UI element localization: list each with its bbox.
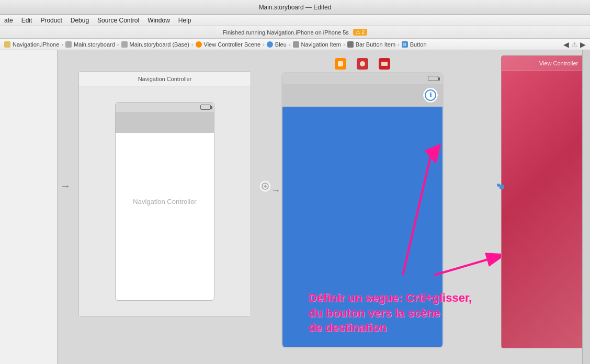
breadcrumb-back-arrow[interactable]: ◀ <box>563 40 569 49</box>
iphone-battery-icon <box>428 76 438 81</box>
sep1: › <box>61 41 63 48</box>
svg-point-4 <box>360 61 365 66</box>
nav-status-bar <box>116 103 214 112</box>
svg-rect-3 <box>338 61 343 66</box>
entry-arrow-nav: → <box>60 180 71 192</box>
status-text: Finished running Navigation.iPhone on iP… <box>223 29 349 36</box>
info-button-icon: ℹ <box>425 89 436 101</box>
menu-source-control[interactable]: Source Control <box>97 17 139 24</box>
breadcrumb-nav-iphone[interactable]: Navigation.iPhone <box>4 41 59 48</box>
menu-window[interactable]: Window <box>148 17 170 24</box>
sep6: › <box>343 41 345 48</box>
menu-product[interactable]: Product <box>40 17 62 24</box>
nav-controller-header: Navigation Controller <box>79 72 251 86</box>
breadcrumb-bleu[interactable]: Bleu <box>267 41 287 48</box>
svg-rect-5 <box>381 62 388 66</box>
breadcrumb-main-storyboard-base[interactable]: Main.storyboard (Base) <box>121 41 189 48</box>
bar-button-icon <box>347 41 354 48</box>
right-scene-header: View Controller <box>502 56 582 71</box>
right-scene-connector-dot <box>500 185 504 189</box>
sep4: › <box>263 41 265 48</box>
annotation-arrow-right <box>434 257 497 275</box>
right-scene[interactable]: View Controller <box>501 55 582 348</box>
menu-edit[interactable]: Edit <box>21 17 32 24</box>
iphone-scene-icons <box>281 55 444 72</box>
menu-bar: ate Edit Product Debug Source Control Wi… <box>0 15 590 26</box>
breadcrumb-bar-button[interactable]: Bar Button Item <box>347 41 395 48</box>
iphone-status-bar <box>282 73 442 84</box>
status-bar: Finished running Navigation.iPhone on iP… <box>0 26 590 39</box>
breadcrumb-vc-scene[interactable]: View Controller Scene <box>196 41 261 48</box>
breadcrumb-button[interactable]: B Button <box>402 41 427 48</box>
annotation-text: Définir un segue: Crtl+glisser, du bouto… <box>309 291 472 336</box>
canvas-area[interactable]: → Navigation Controller Navigation Contr… <box>0 50 590 364</box>
button-icon: B <box>402 41 408 48</box>
breadcrumb-nav-arrows: ◀ ⚠ ▶ <box>563 40 586 49</box>
red-scene-icon <box>357 58 368 70</box>
nav-phone-mock: Navigation Controller <box>115 102 214 301</box>
sep3: › <box>191 41 194 48</box>
nav-navbar <box>116 112 214 133</box>
breadcrumb-main-storyboard[interactable]: Main.storyboard <box>65 41 115 48</box>
menu-debug[interactable]: Debug <box>71 17 89 24</box>
scrollbar-right[interactable] <box>582 50 590 364</box>
sep5: › <box>289 41 291 48</box>
nav-iphone-icon <box>4 41 10 48</box>
warning-badge[interactable]: ⚠ 2 <box>353 29 367 36</box>
outline-sidebar <box>0 50 58 364</box>
reddark-scene-icon <box>379 58 390 70</box>
breadcrumb-forward-arrow[interactable]: ▶ <box>580 40 586 49</box>
nav-controller-scene[interactable]: Navigation Controller Navigation Control… <box>78 71 251 317</box>
orange-scene-icon <box>335 58 346 70</box>
main-storyboard-icon <box>65 41 72 48</box>
bleu-icon <box>267 41 273 48</box>
breadcrumb-nav-item[interactable]: Navigation Item <box>293 41 341 48</box>
nav-item-icon <box>293 41 299 48</box>
nav-controller-body: Navigation Controller <box>79 86 251 316</box>
iphone-nav-bar: ℹ <box>282 84 442 107</box>
vc-scene-icon <box>196 41 202 48</box>
segue-connector-circle <box>259 180 271 192</box>
bar-button-item[interactable]: ℹ <box>423 87 438 103</box>
window-title: Main.storyboard — Edited <box>259 4 332 11</box>
sep2: › <box>117 41 119 48</box>
nav-battery-icon <box>200 105 211 110</box>
menu-help[interactable]: Help <box>178 17 191 24</box>
nav-controller-label: Navigation Controller <box>133 198 196 206</box>
main-storyboard-base-icon <box>121 41 128 48</box>
canvas-content[interactable]: → Navigation Controller Navigation Contr… <box>58 50 582 364</box>
warning-icon-bc: ⚠ <box>571 40 578 49</box>
menu-ate[interactable]: ate <box>4 17 13 24</box>
title-bar: Main.storyboard — Edited <box>0 0 590 15</box>
sep7: › <box>398 41 400 48</box>
segue-arrow: → <box>271 185 280 196</box>
breadcrumb-bar: Navigation.iPhone › Main.storyboard › Ma… <box>0 39 590 50</box>
